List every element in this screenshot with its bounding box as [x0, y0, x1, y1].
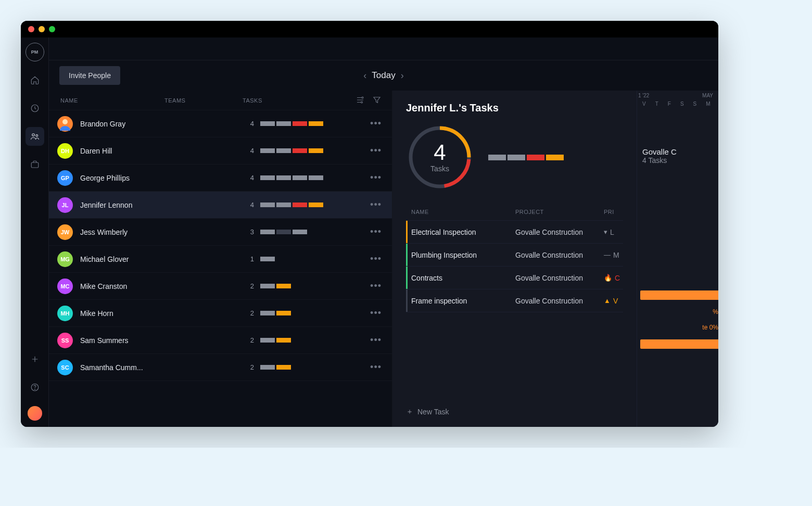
timeline-day: V: [642, 101, 646, 107]
avatar: DH: [57, 143, 73, 159]
nav-projects[interactable]: [26, 155, 44, 174]
nav-home[interactable]: [26, 71, 44, 90]
person-name: Jess Wimberly: [80, 228, 179, 236]
person-row[interactable]: JLJennifer Lennon4•••: [49, 192, 392, 219]
row-menu-icon[interactable]: •••: [364, 226, 382, 237]
row-menu-icon[interactable]: •••: [364, 281, 382, 292]
row-menu-icon[interactable]: •••: [364, 172, 382, 183]
next-day-button[interactable]: ›: [401, 70, 404, 81]
task-stripe: [406, 289, 408, 312]
person-name: Mike Cranston: [80, 282, 179, 290]
priority-text: V: [613, 297, 618, 305]
task-row[interactable]: Plumbing InspectionGovalle Construction—…: [406, 244, 623, 267]
timeline-day: S: [680, 101, 684, 107]
briefcase-icon: [30, 160, 40, 169]
task-stripe: [406, 244, 408, 266]
nav-add[interactable]: [26, 350, 44, 369]
user-avatar[interactable]: [28, 406, 42, 421]
date-nav: ‹ Today ›: [363, 70, 403, 81]
row-menu-icon[interactable]: •••: [364, 145, 382, 156]
avatar: GP: [57, 170, 73, 186]
task-col-priority: PRI: [604, 209, 623, 215]
task-priority: 🔥C: [604, 274, 623, 282]
person-row[interactable]: SSSam Summers2•••: [49, 327, 392, 354]
task-row[interactable]: Frame inspectionGovalle Construction▲V: [406, 289, 623, 312]
task-count: 3: [247, 228, 254, 236]
task-count: 1: [247, 255, 254, 263]
timeline-day: F: [668, 101, 671, 107]
plus-icon: [30, 355, 40, 364]
row-menu-icon[interactable]: •••: [364, 118, 382, 129]
priority-icon: ▲: [604, 297, 611, 305]
timeline-month-right: MAY: [702, 93, 713, 98]
gauge-label: Tasks: [430, 165, 449, 173]
task-priority: —M: [604, 251, 623, 259]
timeline-panel: 1 '22 MAY VTFSSMT Govalle C 4 Tasks % te…: [637, 91, 718, 427]
row-menu-icon[interactable]: •••: [364, 362, 382, 373]
person-row[interactable]: MCMike Cranston2•••: [49, 273, 392, 300]
task-bar: [260, 338, 291, 343]
window-maximize-icon[interactable]: [49, 26, 55, 32]
today-label[interactable]: Today: [372, 70, 395, 81]
clock-icon: [30, 104, 40, 113]
task-project: Govalle Construction: [515, 228, 604, 236]
plus-icon: ＋: [406, 407, 413, 416]
app-window: PM Invite Peopl: [21, 21, 718, 427]
person-tasks: 1: [247, 255, 364, 263]
task-count: 4: [247, 201, 254, 209]
task-name: Electrical Inspection: [411, 228, 515, 236]
priority-icon: ▾: [604, 228, 607, 236]
priority-icon: —: [604, 251, 611, 259]
svg-point-6: [362, 97, 363, 98]
gantt-bars: % te 0%: [640, 290, 718, 349]
person-row[interactable]: JWJess Wimberly3•••: [49, 219, 392, 246]
avatar: SS: [57, 333, 73, 348]
nav-people[interactable]: [26, 127, 44, 146]
person-row[interactable]: MGMichael Glover1•••: [49, 246, 392, 273]
person-name: George Phillips: [80, 174, 179, 182]
task-stripe: [406, 267, 408, 289]
row-menu-icon[interactable]: •••: [364, 335, 382, 346]
task-count: 2: [247, 363, 254, 371]
svg-rect-3: [31, 162, 39, 168]
new-task-button[interactable]: ＋ New Task: [406, 386, 623, 416]
app-logo[interactable]: PM: [26, 43, 44, 61]
task-name: Contracts: [411, 274, 515, 282]
person-tasks: 4: [247, 201, 364, 209]
window-close-icon[interactable]: [28, 26, 34, 32]
nav-recent[interactable]: [26, 99, 44, 118]
person-row[interactable]: GPGeorge Phillips4•••: [49, 165, 392, 192]
task-row[interactable]: Electrical InspectionGovalle Constructio…: [406, 221, 623, 244]
timeline-day: S: [693, 101, 697, 107]
gantt-percent: %: [713, 308, 718, 315]
person-tasks: 2: [247, 336, 364, 344]
task-bar: [260, 175, 323, 180]
row-menu-icon[interactable]: •••: [364, 254, 382, 264]
gantt-bar[interactable]: [640, 339, 718, 349]
person-name: Jennifer Lennon: [80, 201, 179, 209]
people-table-header: NAME TEAMS TASKS: [49, 91, 392, 110]
prev-day-button[interactable]: ‹: [363, 70, 366, 81]
task-name: Plumbing Inspection: [411, 251, 515, 259]
timeline-days: VTFSSMT: [642, 98, 718, 109]
invite-people-button[interactable]: Invite People: [59, 66, 120, 85]
task-priority: ▾L: [604, 228, 623, 236]
person-row[interactable]: DHDaren Hill4•••: [49, 137, 392, 165]
person-row[interactable]: Brandon Gray4•••: [49, 110, 392, 137]
row-menu-icon[interactable]: •••: [364, 199, 382, 210]
person-row[interactable]: MHMike Horn2•••: [49, 300, 392, 327]
person-name: Sam Summers: [80, 336, 179, 345]
row-menu-icon[interactable]: •••: [364, 308, 382, 319]
task-row[interactable]: ContractsGovalle Construction🔥C: [406, 267, 623, 289]
window-minimize-icon[interactable]: [39, 26, 45, 32]
task-col-name: NAME: [406, 209, 515, 215]
filter-icon[interactable]: [372, 95, 382, 106]
nav-help[interactable]: [26, 378, 44, 397]
project-name: Govalle C: [642, 147, 718, 156]
gantt-bar[interactable]: [640, 290, 718, 300]
side-rail: PM: [21, 37, 49, 427]
settings-icon[interactable]: [356, 95, 365, 106]
person-row[interactable]: SCSamantha Cumm...2•••: [49, 354, 392, 381]
task-project: Govalle Construction: [515, 274, 604, 282]
task-bar: [260, 230, 307, 234]
